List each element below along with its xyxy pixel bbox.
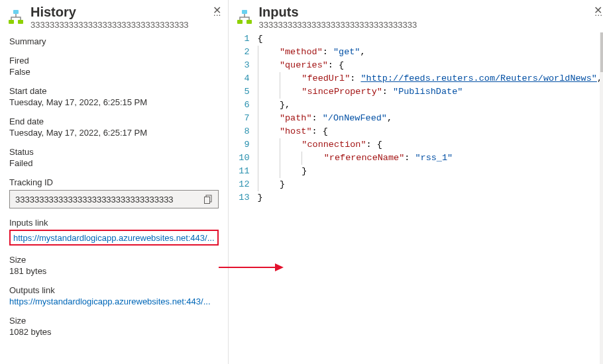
code-line: "path": "/OnNewFeed", bbox=[258, 112, 603, 125]
inputs-panel: Inputs 333333333333333333333333333333333… bbox=[229, 0, 603, 364]
copy-icon[interactable] bbox=[198, 195, 218, 204]
end-date-value: Tuesday, May 17, 2022, 6:25:17 PM bbox=[9, 128, 219, 138]
logic-app-icon bbox=[7, 8, 25, 26]
code-line: } bbox=[258, 165, 603, 178]
start-date-label: Start date bbox=[9, 86, 219, 96]
svg-rect-7 bbox=[242, 10, 247, 14]
inputs-link[interactable]: https://mystandardlogicapp.azurewebsites… bbox=[13, 233, 215, 243]
summary-heading: Summary bbox=[9, 36, 219, 46]
code-area[interactable]: { "method": "get", "queries": { "feedUrl… bbox=[258, 32, 603, 364]
history-header: History 33333333333333333333333333333333… bbox=[0, 0, 228, 30]
code-line: } bbox=[258, 178, 603, 191]
outputs-size-label: Size bbox=[9, 316, 219, 326]
close-icon[interactable]: ✕ bbox=[213, 4, 221, 17]
status-value: Failed bbox=[9, 158, 219, 168]
scroll-thumb[interactable] bbox=[600, 32, 603, 72]
code-line: "sinceProperty": "PublishDate" bbox=[258, 85, 603, 99]
history-body: Summary Fired False Start date Tuesday, … bbox=[0, 30, 228, 337]
tracking-id-value: 333333333333333333333333333333333 bbox=[10, 195, 198, 205]
inputs-link-highlight: https://mystandardlogicapp.azurewebsites… bbox=[9, 230, 219, 246]
tracking-id-label: Tracking ID bbox=[9, 177, 219, 187]
json-editor[interactable]: 12345678910111213 { "method": "get", "qu… bbox=[229, 32, 603, 364]
history-subtitle: 333333333333333333333333333333333 bbox=[30, 20, 209, 30]
inputs-size-label: Size bbox=[9, 255, 219, 265]
status-label: Status bbox=[9, 147, 219, 157]
logic-app-icon bbox=[235, 8, 254, 26]
svg-rect-4 bbox=[204, 197, 209, 204]
history-title: History bbox=[30, 4, 209, 20]
line-gutter: 12345678910111213 bbox=[229, 32, 258, 364]
svg-rect-8 bbox=[237, 20, 243, 24]
fired-value: False bbox=[9, 67, 219, 77]
outputs-link-label: Outputs link bbox=[9, 285, 219, 295]
code-line: "host": { bbox=[258, 125, 603, 138]
code-line: } bbox=[258, 191, 603, 205]
code-line: { bbox=[258, 32, 603, 46]
svg-rect-1 bbox=[9, 20, 14, 24]
code-line: "feedUrl": "http://feeds.reuters.com/Reu… bbox=[258, 72, 603, 85]
svg-rect-9 bbox=[247, 20, 252, 24]
history-panel: History 33333333333333333333333333333333… bbox=[0, 0, 229, 364]
code-line: }, bbox=[258, 99, 603, 112]
inputs-header: Inputs 333333333333333333333333333333333… bbox=[229, 0, 603, 30]
code-line: "method": "get", bbox=[258, 46, 603, 59]
fired-label: Fired bbox=[9, 56, 219, 66]
inputs-size-value: 181 bytes bbox=[9, 266, 219, 276]
code-line: "connection": { bbox=[258, 138, 603, 152]
inputs-link-label: Inputs link bbox=[9, 218, 219, 228]
inputs-title: Inputs bbox=[259, 4, 591, 20]
svg-rect-2 bbox=[18, 20, 23, 24]
outputs-size-value: 1082 bytes bbox=[9, 327, 219, 337]
close-icon[interactable]: ✕ bbox=[594, 4, 602, 17]
inputs-subtitle: 333333333333333333333333333333333 bbox=[259, 20, 591, 30]
end-date-label: End date bbox=[9, 116, 219, 126]
scrollbar[interactable] bbox=[600, 32, 603, 364]
svg-rect-0 bbox=[13, 10, 19, 14]
code-line: "referenceName": "rss_1" bbox=[258, 152, 603, 165]
outputs-link[interactable]: https://mystandardlogicapp.azurewebsites… bbox=[9, 296, 219, 306]
start-date-value: Tuesday, May 17, 2022, 6:25:15 PM bbox=[9, 97, 219, 107]
code-line: "queries": { bbox=[258, 59, 603, 72]
tracking-id-field: 333333333333333333333333333333333 bbox=[9, 190, 219, 208]
